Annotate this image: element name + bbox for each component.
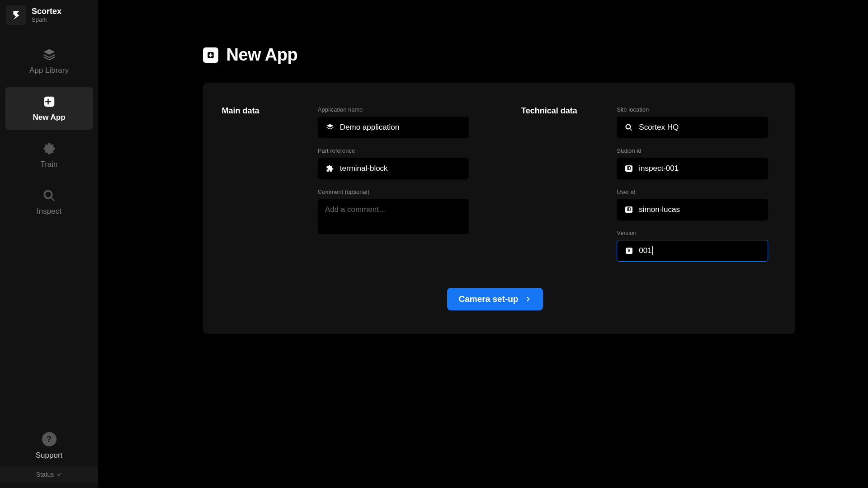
technical-data-heading: Technical data bbox=[521, 106, 617, 116]
bolt-gear-icon bbox=[42, 142, 56, 155]
application-name-label: Application name bbox=[318, 106, 469, 113]
station-id-field-wrap[interactable]: ID bbox=[617, 158, 768, 179]
site-location-field-wrap[interactable] bbox=[617, 117, 768, 138]
form-panel: Main data Application name bbox=[203, 83, 795, 334]
check-icon bbox=[57, 472, 62, 477]
version-badge-icon: V bbox=[624, 246, 633, 255]
page-title: New App bbox=[226, 45, 298, 65]
brand-logo bbox=[6, 5, 26, 25]
application-name-input[interactable] bbox=[340, 123, 461, 132]
sidebar-item-label: Train bbox=[40, 160, 57, 169]
main: New App Main data Application name bbox=[98, 0, 868, 488]
user-id-field-wrap[interactable]: ID bbox=[617, 199, 768, 221]
station-id-input[interactable] bbox=[639, 164, 760, 173]
id-badge-icon: ID bbox=[624, 164, 633, 173]
chevron-right-icon bbox=[525, 296, 531, 302]
new-app-header-icon bbox=[203, 47, 218, 63]
comment-label: Comment (optional) bbox=[318, 188, 469, 195]
sidebar-item-app-library[interactable]: App Library bbox=[5, 40, 93, 83]
layers-icon bbox=[42, 48, 56, 61]
status-label: Status bbox=[36, 471, 54, 478]
id-badge-icon: ID bbox=[624, 205, 633, 214]
sidebar-item-label: Inspect bbox=[37, 207, 61, 216]
sidebar-item-label: App Library bbox=[29, 66, 69, 75]
scortex-logo-icon bbox=[10, 9, 22, 21]
layers-icon bbox=[326, 123, 335, 132]
main-data-heading: Main data bbox=[222, 106, 318, 116]
sidebar-item-inspect[interactable]: Inspect bbox=[5, 181, 93, 224]
version-field-wrap[interactable]: V 001 bbox=[617, 240, 768, 262]
part-reference-label: Part reference bbox=[318, 147, 469, 154]
support-label: Support bbox=[36, 451, 63, 460]
application-name-field-wrap[interactable] bbox=[318, 117, 469, 138]
brand-block: Scortex Spark bbox=[0, 5, 98, 34]
question-icon: ? bbox=[42, 432, 57, 446]
search-icon bbox=[624, 123, 633, 132]
sidebar-item-train[interactable]: Train bbox=[5, 134, 93, 177]
user-id-label: User id bbox=[617, 188, 768, 195]
page-header: New App bbox=[162, 45, 804, 65]
user-id-input[interactable] bbox=[639, 205, 760, 214]
comment-field-wrap[interactable] bbox=[318, 199, 469, 234]
new-app-icon bbox=[42, 95, 56, 108]
puzzle-icon bbox=[326, 164, 335, 173]
text-caret bbox=[652, 246, 653, 255]
sidebar: Scortex Spark App Library New App bbox=[0, 0, 98, 488]
svg-rect-5 bbox=[208, 54, 212, 56]
comment-textarea[interactable] bbox=[325, 205, 462, 228]
version-input-value[interactable]: 001 bbox=[639, 246, 651, 255]
camera-setup-label: Camera set-up bbox=[459, 294, 519, 304]
station-id-label: Station id bbox=[617, 147, 768, 154]
site-location-input[interactable] bbox=[639, 123, 760, 132]
sidebar-item-label: New App bbox=[33, 113, 65, 122]
camera-setup-button[interactable]: Camera set-up bbox=[447, 288, 543, 310]
site-location-label: Site location bbox=[617, 106, 768, 113]
search-icon bbox=[42, 189, 56, 202]
version-label: Version bbox=[617, 230, 768, 236]
status-bar[interactable]: Status bbox=[0, 466, 98, 483]
support-button[interactable]: ? Support bbox=[0, 426, 98, 466]
nav-list: App Library New App Train Inspect bbox=[0, 34, 98, 230]
brand-subtitle: Spark bbox=[32, 16, 61, 23]
brand-title: Scortex bbox=[32, 7, 61, 16]
sidebar-item-new-app[interactable]: New App bbox=[5, 87, 93, 130]
svg-rect-2 bbox=[45, 101, 51, 103]
part-reference-input[interactable] bbox=[340, 164, 461, 173]
part-reference-field-wrap[interactable] bbox=[318, 158, 469, 179]
